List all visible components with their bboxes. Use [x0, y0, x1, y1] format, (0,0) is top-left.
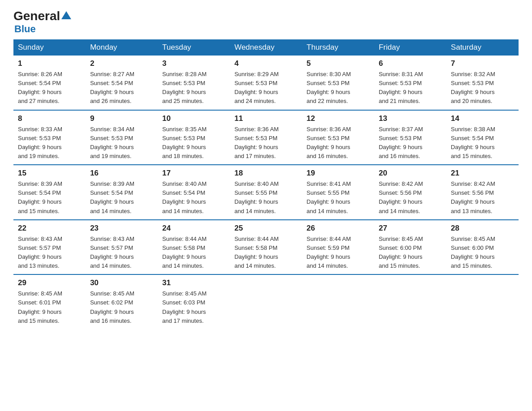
day-number: 6	[379, 59, 442, 68]
day-info: Sunrise: 8:34 AM Sunset: 5:53 PM Dayligh…	[90, 126, 134, 159]
day-info: Sunrise: 8:38 AM Sunset: 5:54 PM Dayligh…	[451, 126, 495, 159]
day-info: Sunrise: 8:30 AM Sunset: 5:53 PM Dayligh…	[307, 71, 351, 104]
calendar-header-row: SundayMondayTuesdayWednesdayThursdayFrid…	[13, 39, 519, 56]
day-number: 12	[307, 114, 370, 123]
weekday-header-monday: Monday	[86, 39, 158, 56]
calendar-cell: 17 Sunrise: 8:40 AM Sunset: 5:54 PM Dayl…	[158, 165, 230, 220]
day-info: Sunrise: 8:32 AM Sunset: 5:53 PM Dayligh…	[451, 71, 495, 104]
day-info: Sunrise: 8:41 AM Sunset: 5:55 PM Dayligh…	[307, 180, 351, 214]
day-number: 29	[18, 278, 81, 287]
day-info: Sunrise: 8:36 AM Sunset: 5:53 PM Dayligh…	[307, 126, 351, 159]
day-number: 1	[18, 59, 81, 68]
logo: General Blue	[13, 9, 71, 35]
calendar-cell: 4 Sunrise: 8:29 AM Sunset: 5:53 PM Dayli…	[230, 56, 302, 110]
day-number: 17	[162, 169, 225, 178]
day-number: 19	[307, 169, 370, 178]
calendar-cell: 29 Sunrise: 8:45 AM Sunset: 6:01 PM Dayl…	[13, 274, 86, 329]
day-number: 20	[379, 169, 442, 178]
day-info: Sunrise: 8:44 AM Sunset: 5:58 PM Dayligh…	[234, 235, 279, 269]
day-number: 3	[162, 59, 225, 68]
day-info: Sunrise: 8:40 AM Sunset: 5:54 PM Dayligh…	[162, 180, 206, 214]
day-info: Sunrise: 8:40 AM Sunset: 5:55 PM Dayligh…	[234, 180, 279, 214]
day-number: 10	[162, 114, 225, 123]
day-number: 18	[234, 169, 297, 178]
calendar-cell: 28 Sunrise: 8:45 AM Sunset: 6:00 PM Dayl…	[446, 220, 519, 275]
calendar-table: SundayMondayTuesdayWednesdayThursdayFrid…	[13, 39, 519, 329]
calendar-cell: 10 Sunrise: 8:35 AM Sunset: 5:53 PM Dayl…	[158, 110, 230, 165]
day-number: 5	[307, 59, 370, 68]
day-info: Sunrise: 8:45 AM Sunset: 6:02 PM Dayligh…	[90, 290, 134, 324]
day-info: Sunrise: 8:45 AM Sunset: 6:00 PM Dayligh…	[451, 235, 495, 269]
day-number: 24	[162, 224, 225, 233]
calendar-cell: 21 Sunrise: 8:42 AM Sunset: 5:56 PM Dayl…	[446, 165, 519, 220]
day-number: 28	[451, 224, 514, 233]
day-info: Sunrise: 8:44 AM Sunset: 5:59 PM Dayligh…	[307, 235, 351, 269]
day-info: Sunrise: 8:36 AM Sunset: 5:53 PM Dayligh…	[234, 126, 279, 159]
day-number: 7	[451, 59, 514, 68]
day-info: Sunrise: 8:39 AM Sunset: 5:54 PM Dayligh…	[18, 180, 62, 214]
calendar-week-row: 29 Sunrise: 8:45 AM Sunset: 6:01 PM Dayl…	[13, 274, 519, 329]
day-info: Sunrise: 8:42 AM Sunset: 5:56 PM Dayligh…	[379, 180, 423, 214]
day-number: 30	[90, 278, 153, 287]
calendar-cell: 13 Sunrise: 8:37 AM Sunset: 5:53 PM Dayl…	[374, 110, 446, 165]
calendar-cell	[230, 274, 302, 329]
calendar-cell: 14 Sunrise: 8:38 AM Sunset: 5:54 PM Dayl…	[446, 110, 519, 165]
calendar-cell: 23 Sunrise: 8:43 AM Sunset: 5:57 PM Dayl…	[86, 220, 158, 275]
day-number: 21	[451, 169, 514, 178]
day-info: Sunrise: 8:42 AM Sunset: 5:56 PM Dayligh…	[451, 180, 495, 214]
day-number: 27	[379, 224, 442, 233]
day-number: 31	[162, 278, 225, 287]
calendar-cell: 9 Sunrise: 8:34 AM Sunset: 5:53 PM Dayli…	[86, 110, 158, 165]
calendar-cell: 27 Sunrise: 8:45 AM Sunset: 6:00 PM Dayl…	[374, 220, 446, 275]
day-number: 22	[18, 224, 81, 233]
logo-triangle-icon	[61, 10, 71, 22]
calendar-cell: 5 Sunrise: 8:30 AM Sunset: 5:53 PM Dayli…	[302, 56, 374, 110]
weekday-header-tuesday: Tuesday	[158, 39, 230, 56]
day-info: Sunrise: 8:39 AM Sunset: 5:54 PM Dayligh…	[90, 180, 134, 214]
day-info: Sunrise: 8:45 AM Sunset: 6:00 PM Dayligh…	[379, 235, 423, 269]
calendar-cell: 12 Sunrise: 8:36 AM Sunset: 5:53 PM Dayl…	[302, 110, 374, 165]
day-info: Sunrise: 8:33 AM Sunset: 5:53 PM Dayligh…	[18, 126, 62, 159]
calendar-cell	[374, 274, 446, 329]
calendar-cell: 22 Sunrise: 8:43 AM Sunset: 5:57 PM Dayl…	[13, 220, 86, 275]
day-number: 25	[234, 224, 297, 233]
day-number: 14	[451, 114, 514, 123]
day-number: 4	[234, 59, 297, 68]
calendar-cell: 24 Sunrise: 8:44 AM Sunset: 5:58 PM Dayl…	[158, 220, 230, 275]
day-info: Sunrise: 8:35 AM Sunset: 5:53 PM Dayligh…	[162, 126, 206, 159]
day-info: Sunrise: 8:27 AM Sunset: 5:54 PM Dayligh…	[90, 71, 134, 104]
calendar-cell: 6 Sunrise: 8:31 AM Sunset: 5:53 PM Dayli…	[374, 56, 446, 110]
calendar-cell: 31 Sunrise: 8:45 AM Sunset: 6:03 PM Dayl…	[158, 274, 230, 329]
weekday-header-sunday: Sunday	[13, 39, 86, 56]
day-info: Sunrise: 8:26 AM Sunset: 5:54 PM Dayligh…	[18, 71, 62, 104]
day-number: 2	[90, 59, 153, 68]
day-number: 13	[379, 114, 442, 123]
day-number: 11	[234, 114, 297, 123]
calendar-cell: 15 Sunrise: 8:39 AM Sunset: 5:54 PM Dayl…	[13, 165, 86, 220]
calendar-cell: 1 Sunrise: 8:26 AM Sunset: 5:54 PM Dayli…	[13, 56, 86, 110]
day-number: 8	[18, 114, 81, 123]
day-info: Sunrise: 8:45 AM Sunset: 6:03 PM Dayligh…	[162, 290, 206, 324]
calendar-week-row: 22 Sunrise: 8:43 AM Sunset: 5:57 PM Dayl…	[13, 220, 519, 275]
logo-blue-text: Blue	[13, 23, 71, 35]
weekday-header-wednesday: Wednesday	[230, 39, 302, 56]
calendar-cell: 11 Sunrise: 8:36 AM Sunset: 5:53 PM Dayl…	[230, 110, 302, 165]
calendar-cell	[302, 274, 374, 329]
calendar-week-row: 15 Sunrise: 8:39 AM Sunset: 5:54 PM Dayl…	[13, 165, 519, 220]
calendar-cell: 8 Sunrise: 8:33 AM Sunset: 5:53 PM Dayli…	[13, 110, 86, 165]
calendar-cell	[446, 274, 519, 329]
calendar-cell: 3 Sunrise: 8:28 AM Sunset: 5:53 PM Dayli…	[158, 56, 230, 110]
day-number: 23	[90, 224, 153, 233]
day-info: Sunrise: 8:45 AM Sunset: 6:01 PM Dayligh…	[18, 290, 62, 324]
calendar-cell: 26 Sunrise: 8:44 AM Sunset: 5:59 PM Dayl…	[302, 220, 374, 275]
day-number: 26	[307, 224, 370, 233]
calendar-week-row: 8 Sunrise: 8:33 AM Sunset: 5:53 PM Dayli…	[13, 110, 519, 165]
day-info: Sunrise: 8:43 AM Sunset: 5:57 PM Dayligh…	[18, 235, 62, 269]
calendar-cell: 16 Sunrise: 8:39 AM Sunset: 5:54 PM Dayl…	[86, 165, 158, 220]
day-info: Sunrise: 8:29 AM Sunset: 5:53 PM Dayligh…	[234, 71, 279, 104]
day-info: Sunrise: 8:44 AM Sunset: 5:58 PM Dayligh…	[162, 235, 206, 269]
calendar-cell: 25 Sunrise: 8:44 AM Sunset: 5:58 PM Dayl…	[230, 220, 302, 275]
day-number: 9	[90, 114, 153, 123]
day-info: Sunrise: 8:37 AM Sunset: 5:53 PM Dayligh…	[379, 126, 423, 159]
calendar-cell: 2 Sunrise: 8:27 AM Sunset: 5:54 PM Dayli…	[86, 56, 158, 110]
